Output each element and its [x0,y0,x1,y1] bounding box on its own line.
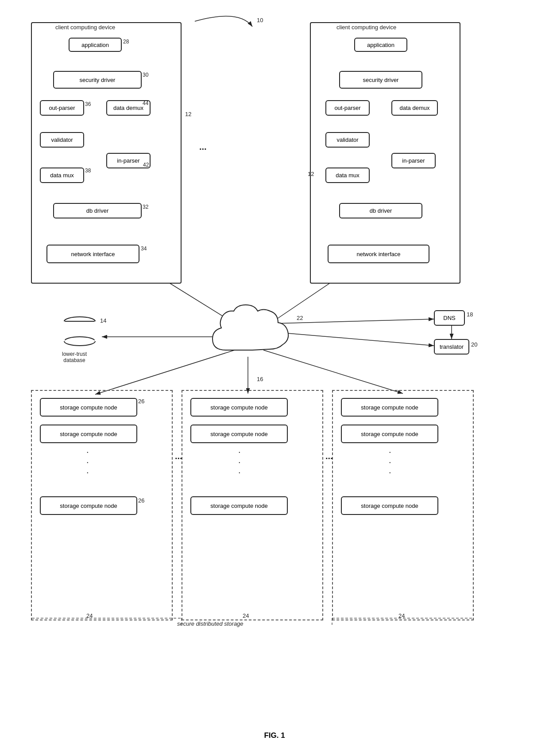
lower-trust-db-svg [62,315,97,350]
app1-box: application [69,38,122,52]
data-mux1-label: data mux [50,172,73,179]
security-driver2-box: security driver [339,71,422,89]
out-parser2-box: out-parser [325,100,370,116]
lower-trust-db-label: lower-trustdatabase [52,351,97,363]
validator2-label: validator [336,136,358,143]
out-parser1-box: out-parser [40,100,84,116]
ref-20: 20 [471,341,477,348]
client-device-2-label: client computing device [336,24,396,31]
ellipsis-between-clusters: ... [175,451,182,461]
app2-box: application [354,38,407,52]
storage-node-2-1: storage compute node [190,398,288,417]
security-driver1-label: security driver [80,77,116,83]
cloud-svg [208,301,297,359]
out-parser2-label: out-parser [334,105,360,111]
ref-14: 14 [100,317,106,324]
db-driver1-box: db driver [53,203,142,218]
data-demux2-box: data demux [391,100,438,116]
ref-38: 38 [85,168,91,174]
ref-18: 18 [467,311,473,318]
in-parser1-label: in-parser [117,157,139,164]
data-demux1-label: data demux [113,105,143,111]
ref-42: 42 [143,162,149,168]
fig-caption: FIG. 1 [264,731,285,740]
sn-3-1-label: storage compute node [361,404,418,411]
storage-node-2-2: storage compute node [190,425,288,443]
db-driver2-box: db driver [339,203,422,218]
net-iface1-label: network interface [71,251,115,257]
dns-box: DNS [434,310,465,326]
dns-label: DNS [443,315,455,321]
in-parser2-box: in-parser [391,153,436,168]
storage-node-1-3: storage compute node [40,496,137,515]
dots-2: ··· [238,447,241,477]
ref-30: 30 [143,72,148,78]
net-iface1-box: network interface [46,245,139,263]
storage-node-1-2: storage compute node [40,425,137,443]
translator-label: translator [440,343,464,350]
storage-node-3-1: storage compute node [341,398,438,417]
sn-1-3-label: storage compute node [60,503,117,509]
storage-node-3-3: storage compute node [341,496,438,515]
translator-box: translator [434,339,469,355]
db-driver2-label: db driver [370,207,392,214]
validator1-label: validator [51,136,73,143]
db-driver1-label: db driver [86,207,109,214]
diagram-area: client computing device application 28 s… [18,13,531,722]
ref-12b: 12 [308,171,314,177]
ref-12a: 12 [185,111,191,117]
dots-3: ··· [389,447,391,477]
data-mux1-box: data mux [40,168,84,183]
ellipsis-label: ... [199,142,207,152]
sn-2-1-label: storage compute node [210,404,267,411]
ref-44: 44 [143,100,148,106]
out-parser1-label: out-parser [49,105,75,111]
app1-label: application [81,42,109,48]
sn-1-2-label: storage compute node [60,431,117,437]
ref-16: 16 [257,376,263,382]
svg-point-41 [64,337,95,346]
ref-26a-bot: 26 [138,497,144,504]
sn-3-2-label: storage compute node [361,431,418,437]
ref-10: 10 [257,17,263,23]
storage-node-1-1: storage compute node [40,398,137,417]
sn-3-3-label: storage compute node [361,503,418,509]
in-parser2-label: in-parser [402,157,425,164]
net-iface2-label: network interface [357,251,401,257]
bottom-bracket-svg [31,614,474,627]
app2-label: application [367,42,394,48]
ref-34: 34 [141,246,147,252]
page: client computing device application 28 s… [0,0,549,756]
sn-2-2-label: storage compute node [210,431,267,437]
svg-line-37 [277,332,434,346]
net-iface2-box: network interface [328,245,429,263]
storage-node-2-3: storage compute node [190,496,288,515]
validator2-box: validator [325,132,370,148]
ref-32: 32 [143,204,148,210]
storage-node-3-2: storage compute node [341,425,438,443]
data-mux2-box: data mux [325,168,370,183]
ref-28: 28 [123,39,129,45]
ref-22: 22 [297,315,303,321]
ellipsis-between-clusters2: ... [325,451,333,461]
security-driver1-box: security driver [53,71,142,89]
sn-2-3-label: storage compute node [210,503,267,509]
ref-26a-top: 26 [138,398,144,405]
sn-1-1-label: storage compute node [60,404,117,411]
ref-36: 36 [85,101,91,107]
validator1-box: validator [40,132,84,148]
security-driver2-label: security driver [363,77,399,83]
client-device-1-label: client computing device [55,24,115,31]
data-demux2-label: data demux [400,105,430,111]
dots-1: ··· [86,447,89,477]
data-mux2-label: data mux [336,172,359,179]
